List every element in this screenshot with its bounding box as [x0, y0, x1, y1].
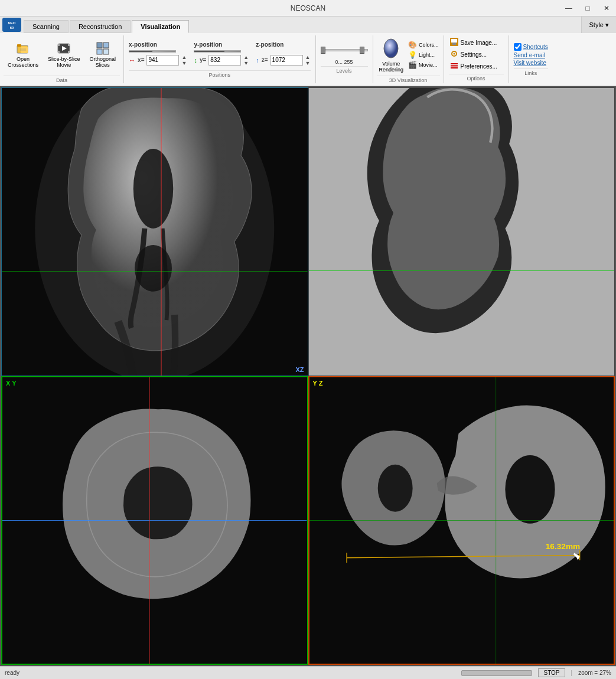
save-image-button[interactable]: Save Image...: [449, 37, 504, 48]
preferences-label: Preferences...: [461, 63, 497, 70]
svg-rect-15: [97, 43, 102, 48]
svg-text:60: 60: [10, 26, 14, 30]
panel-bottom-right[interactable]: 16.32mm Y Z: [308, 376, 615, 665]
settings-label: Settings...: [461, 51, 487, 58]
slice-movie-label: Slice-by-SliceMovie: [48, 57, 80, 68]
vis3d-group-label: 3D Visualization: [377, 76, 440, 83]
ribbon-group-levels: 0... 255 Levels: [316, 35, 373, 83]
stop-button[interactable]: STOP: [538, 668, 565, 677]
light-button[interactable]: 💡 Light...: [407, 50, 440, 60]
window-controls: — □ ✕: [559, 0, 616, 17]
slice-movie-button[interactable]: Slice-by-SliceMovie: [44, 39, 84, 71]
y-position-group: y-position ↕ y= ▲▼: [194, 41, 249, 68]
volume-rendering-label: VolumeRendering: [379, 61, 404, 73]
svg-text:16.32mm: 16.32mm: [545, 542, 579, 551]
save-icon: [450, 38, 458, 47]
xz-label: XZ: [295, 366, 304, 373]
status-text: ready: [5, 670, 455, 676]
preferences-button[interactable]: Preferences...: [449, 61, 504, 71]
ribbon-group-3dvis: VolumeRendering 🎨 Colors... 💡 Light... 🎬…: [373, 35, 444, 83]
open-folder-icon: [16, 41, 30, 56]
svg-rect-18: [103, 49, 109, 54]
panel-top-right[interactable]: [308, 87, 615, 376]
zoom-level: zoom = 27%: [578, 670, 611, 676]
shortcuts-link[interactable]: Shortcuts: [523, 44, 548, 50]
preferences-icon: [450, 61, 458, 71]
svg-point-40: [377, 465, 412, 512]
ribbon: OpenCrossections Slice-by-SliceMovie: [0, 33, 616, 86]
svg-rect-27: [451, 67, 458, 68]
panel-bottom-left[interactable]: X Y: [1, 376, 308, 665]
x-position-group: x-position ↔ x= ▲▼: [129, 41, 187, 68]
svg-rect-13: [58, 51, 60, 53]
yz-label: Y Z: [313, 380, 323, 387]
app-logo: NEO 60: [2, 18, 21, 32]
open-crossections-label: OpenCrossections: [8, 57, 38, 68]
movie-icon-small: 🎬: [408, 61, 417, 69]
z-position-group: z-position ↑ z= ▲▼: [256, 41, 310, 68]
tab-visualization[interactable]: Visualization: [132, 20, 189, 33]
svg-point-30: [133, 149, 174, 228]
levels-slider[interactable]: [321, 45, 368, 55]
y-prefix: y=: [200, 57, 206, 63]
ribbon-group-positions: x-position ↔ x= ▲▼ y-position ↕: [124, 35, 315, 83]
movie-button[interactable]: 🎬 Movie...: [407, 60, 440, 70]
settings-icon: [450, 50, 458, 59]
x-prefix: x=: [138, 57, 144, 63]
options-group-label: Options: [449, 74, 504, 81]
ribbon-group-options: Save Image... Settings... Preferences...: [444, 35, 509, 83]
separator: |: [571, 670, 573, 676]
minimize-button[interactable]: —: [559, 0, 578, 17]
y-position-input[interactable]: [208, 55, 241, 66]
positions-group-label: Positions: [129, 70, 310, 78]
orthogonal-label: OrthogonalSlices: [90, 57, 116, 68]
colors-icon: 🎨: [408, 41, 417, 49]
svg-rect-12: [68, 44, 70, 46]
status-bar: ready STOP | zoom = 27%: [0, 666, 616, 679]
ribbon-group-data: OpenCrossections Slice-by-SliceMovie: [0, 35, 124, 83]
ribbon-group-links: Shortcuts Send e-mail Visit website Link…: [509, 35, 553, 83]
orthogonal-icon: [96, 41, 110, 56]
z-arrow-icon: ↑: [256, 57, 259, 64]
levels-slider-container: [321, 45, 368, 57]
data-group-label: Data: [4, 76, 120, 83]
panel-top-left[interactable]: XZ: [1, 87, 308, 376]
svg-rect-16: [103, 43, 109, 48]
movie-icon: [57, 41, 71, 56]
x-position-input[interactable]: [146, 55, 179, 66]
svg-rect-11: [58, 44, 60, 46]
svg-rect-17: [97, 49, 102, 54]
z-prefix: z=: [262, 57, 268, 63]
movie-label: Movie...: [419, 62, 438, 68]
orthogonal-button[interactable]: OrthogonalSlices: [86, 39, 120, 71]
shortcuts-checkbox[interactable]: [514, 43, 522, 51]
x-position-label: x-position: [129, 41, 187, 48]
svg-rect-26: [451, 66, 458, 67]
title-bar: NEOSCAN — □ ✕: [0, 0, 616, 17]
tab-scanning[interactable]: Scanning: [24, 20, 69, 33]
svg-rect-14: [68, 51, 70, 53]
svg-point-19: [384, 39, 398, 58]
colors-button[interactable]: 🎨 Colors...: [407, 40, 440, 50]
xz-scan-view: [2, 88, 308, 376]
vis3d-dropdowns: 🎨 Colors... 💡 Light... 🎬 Movie...: [407, 40, 440, 70]
yz-scan-view: 16.32mm: [309, 377, 614, 664]
vis3d-items: VolumeRendering 🎨 Colors... 💡 Light... 🎬…: [377, 35, 440, 74]
links-group-label: Links: [514, 68, 548, 76]
visit-website-link[interactable]: Visit website: [514, 60, 548, 66]
send-email-link[interactable]: Send e-mail: [514, 52, 548, 58]
viewport: XZ X Y: [0, 86, 616, 666]
style-dropdown[interactable]: Style ▾: [581, 17, 616, 33]
maximize-button[interactable]: □: [578, 0, 597, 17]
volume-rendering-button[interactable]: VolumeRendering: [377, 35, 406, 74]
svg-rect-22: [452, 43, 456, 45]
settings-button[interactable]: Settings...: [449, 49, 504, 60]
xy-scan-view: [2, 377, 307, 664]
close-button[interactable]: ✕: [597, 0, 616, 17]
open-crossections-button[interactable]: OpenCrossections: [4, 39, 43, 71]
tab-reconstruction[interactable]: Reconstruction: [70, 20, 131, 33]
svg-rect-25: [451, 63, 458, 64]
levels-group-label: Levels: [321, 66, 368, 74]
colors-label: Colors...: [419, 42, 439, 48]
z-position-input[interactable]: [270, 55, 303, 66]
